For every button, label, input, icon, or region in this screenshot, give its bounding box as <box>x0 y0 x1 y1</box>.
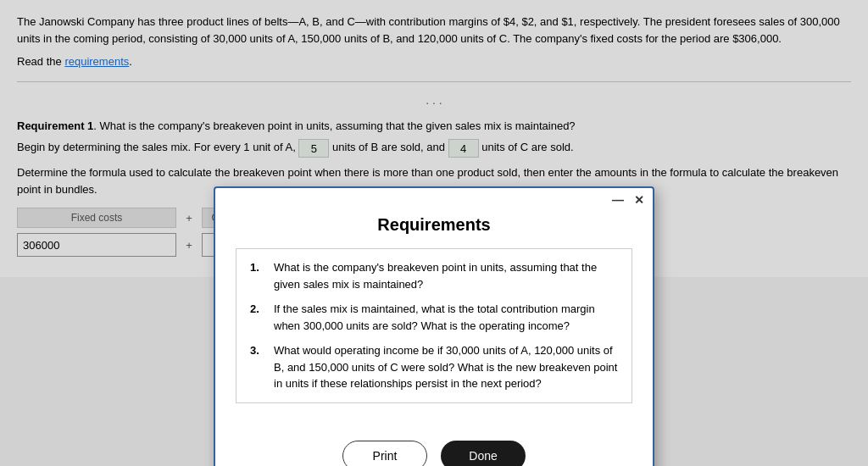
modal-title: Requirements <box>215 208 653 248</box>
print-button[interactable]: Print <box>342 441 427 467</box>
modal-titlebar: — ✕ <box>215 188 653 208</box>
req-num-1: 1. <box>250 259 267 292</box>
requirement-item-2: 2. If the sales mix is maintained, what … <box>250 301 618 334</box>
requirements-list-box: 1. What is the company's breakeven point… <box>236 248 632 403</box>
modal-body: 1. What is the company's breakeven point… <box>215 248 653 434</box>
modal-overlay: — ✕ Requirements 1. What is the company'… <box>0 0 868 466</box>
req-num-2: 2. <box>250 301 267 334</box>
req-text-3: What would operating income be if 30,000… <box>274 342 618 392</box>
modal-close-button[interactable]: ✕ <box>634 193 644 207</box>
requirement-item-3: 3. What would operating income be if 30,… <box>250 342 618 392</box>
modal-minimize-button[interactable]: — <box>612 193 624 207</box>
req-text-1: What is the company's breakeven point in… <box>274 259 618 292</box>
req-num-3: 3. <box>250 342 267 392</box>
done-button[interactable]: Done <box>441 441 526 467</box>
requirements-modal: — ✕ Requirements 1. What is the company'… <box>214 186 654 466</box>
requirement-item-1: 1. What is the company's breakeven point… <box>250 259 618 292</box>
modal-footer: Print Done <box>215 434 653 467</box>
req-text-2: If the sales mix is maintained, what is … <box>274 301 618 334</box>
